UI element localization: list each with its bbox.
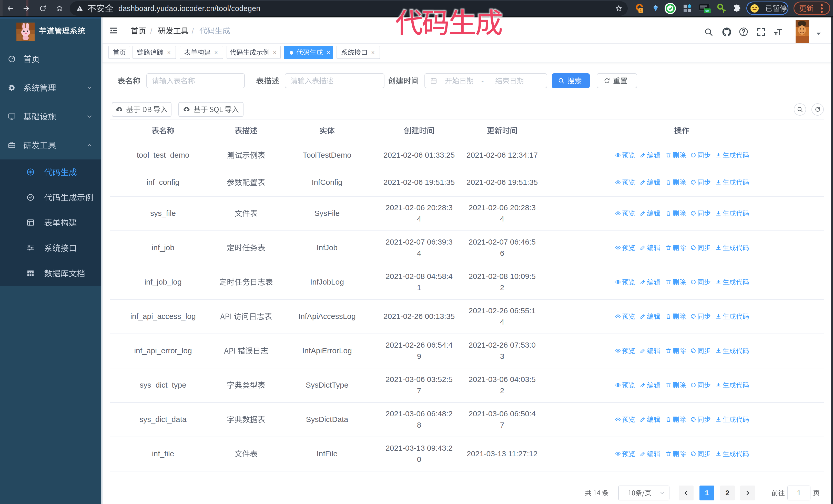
svg-text:1: 1 <box>640 8 642 13</box>
svg-text:on: on <box>705 9 709 13</box>
